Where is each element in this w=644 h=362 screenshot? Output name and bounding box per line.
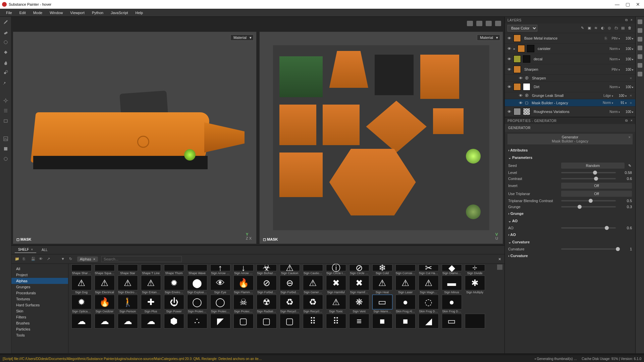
shelf-item[interactable]: ⬢ [163,314,185,329]
effect-icon[interactable]: ◐ [601,26,606,31]
channel-select[interactable]: Base Color [507,25,537,32]
layer-row[interactable]: 👁▸canisterNorm100 [505,44,635,54]
shelf-item[interactable]: ⊘Sign Forbid… [256,276,277,294]
mask-icon[interactable]: ▣ [588,26,592,31]
shelf-item[interactable] [464,314,486,329]
export-icon[interactable]: ↗ [47,257,52,261]
clear-generator-icon[interactable]: × [629,135,631,139]
shelf-cat-skin[interactable]: Skin [11,308,68,314]
section-parameters[interactable]: Parameters [505,154,635,162]
shelf-item[interactable]: 👁Sign Eye [209,276,231,294]
shelf-item[interactable]: ◆Sign Diamo… [441,264,463,275]
viewport-2d[interactable]: Material VU MASK [259,32,503,244]
param-slider[interactable] [561,178,616,179]
shelf-item[interactable]: Sign Corrosi… [394,264,416,275]
shelf-item[interactable]: ☠Sign Protec… [232,295,254,313]
shelf-item[interactable]: ⚠Sign Gener… [302,276,324,294]
shelf-item[interactable]: ◢ [418,314,439,329]
perspective-icon[interactable] [467,21,473,26]
visibility-icon[interactable]: 👁 [507,47,512,51]
shelf-cat-particles[interactable]: Particles [11,326,68,332]
shelf-item[interactable]: ❋Sign Vent [348,295,370,313]
shelf-item[interactable]: ▭Sign Warni… [371,295,393,313]
adjust-icon[interactable]: ≋ [594,26,599,31]
section-ao[interactable]: AO [505,217,635,225]
shelf-item[interactable]: ⊖Sign Forbid… [279,276,301,294]
shelf-cat-procedurals[interactable]: Procedurals [11,290,68,296]
remove-effect-icon[interactable]: × [629,101,633,105]
shelf-item[interactable]: ▢ [232,314,254,329]
layer-row[interactable]: 👁▢Mask Builder - LegacyNorm91× [505,99,635,107]
layer-icon[interactable] [3,118,8,123]
smart-icon[interactable]: ◎ [608,26,612,31]
shelf-item[interactable]: Shape Wave [186,264,208,275]
refresh-icon[interactable]: ↻ [69,257,74,261]
fill-icon[interactable] [3,50,8,55]
shelf-item[interactable]: ♻Sign Recycl… [279,295,301,313]
shelf-item[interactable]: ☁ [140,314,162,329]
shelf-item[interactable]: ⊘Sign Circle … [348,264,370,275]
param-value[interactable]: 0.6 [619,177,632,181]
shelf-item[interactable]: ↑Sign Arrow … [209,264,231,275]
gear-icon[interactable] [3,98,8,103]
light-icon[interactable] [638,37,642,42]
opacity-value[interactable]: 100 [623,47,633,51]
visibility-icon[interactable]: 👁 [518,76,523,80]
hide-icon[interactable]: 👁 [39,257,44,261]
instance-icon[interactable]: ⎘ [605,36,609,40]
shelf-item[interactable]: 🔥Sign Oxidizer [94,295,115,313]
visibility-icon[interactable]: 👁 [507,85,512,89]
blend-mode[interactable]: Norm [609,47,621,51]
shelf-item[interactable]: ●Skin Frog D… [441,295,463,313]
shelf-item[interactable]: Shape Star [117,264,139,275]
shelf-item[interactable]: ☢Sign Radiati… [256,295,277,313]
import-icon[interactable]: ⎘ [23,257,28,261]
param-slider[interactable] [561,172,616,173]
shelf-item[interactable]: ⚠Sign Electrical [94,276,115,294]
shelf-item[interactable]: ⚠Sign Toxic [325,295,347,313]
shelf-tab-all[interactable]: All [38,247,51,253]
shelf-item[interactable]: ■ [371,314,393,329]
blend-mode[interactable]: Norm [609,85,621,89]
shelf-item[interactable]: ↓Sign Arrow … [232,264,254,275]
save-icon[interactable]: 💾 [31,257,36,261]
section-curvature[interactable]: Curvature [505,252,635,259]
visibility-icon[interactable]: 👁 [518,101,523,105]
add-layer-icon[interactable]: ▤ [621,26,626,31]
shelf-item[interactable]: Shape T Line [140,264,162,275]
layer-row[interactable]: 👁Base Metal instance⎘Pthr100 [505,33,635,44]
layer-row[interactable]: 👁SharpenPthr100 [505,64,635,75]
shelf-item[interactable]: ✖Sign Harmf… [348,276,370,294]
shelf-item[interactable]: ✹Sign Enviro… [163,276,185,294]
material-pick-icon[interactable] [3,80,8,85]
minimize-button[interactable]: — [615,2,620,7]
ps-icon[interactable]: Ps [3,136,8,141]
edit-icon[interactable]: ✎ [627,164,632,168]
shelf-item[interactable]: 🚶Sign Person [117,295,139,313]
shelf-item[interactable]: ⬤Sign Explosi… [186,276,208,294]
opacity-value[interactable]: 100 [623,110,633,114]
param-button[interactable]: Off [561,183,632,189]
shelf-cat-tools[interactable]: Tools [11,332,68,338]
shelf-item[interactable]: ◯Sign Protec… [209,295,231,313]
maximize-button[interactable]: ▢ [626,2,630,7]
display-icon[interactable] [638,46,642,50]
param-value[interactable]: 0.5 [619,199,632,203]
blend-mode[interactable]: Pthr [611,37,621,40]
wand-icon[interactable]: ✎ [581,26,586,31]
shelf-item[interactable]: ⚠Sign Laser [394,276,416,294]
projection-icon[interactable] [3,40,8,45]
visibility-icon[interactable]: 👁 [507,57,512,61]
param-slider[interactable] [561,248,616,250]
close-props-icon[interactable]: × [631,119,633,123]
menu-viewport[interactable]: Viewport [67,10,88,15]
trash-icon[interactable]: 🗑 [628,26,633,31]
param-slider[interactable] [561,200,616,201]
mask-thumb[interactable] [527,45,534,52]
undock-props-icon[interactable]: ⧉ [625,119,628,123]
blend-mode[interactable]: Ldge [603,94,614,98]
param-value[interactable]: 0.58 [619,171,632,175]
shelf-cat-all[interactable]: All [11,266,68,272]
shelf-cat-hard-surfaces[interactable]: Hard Surfaces [11,302,68,308]
shelf-item[interactable]: ≡ [348,314,370,329]
